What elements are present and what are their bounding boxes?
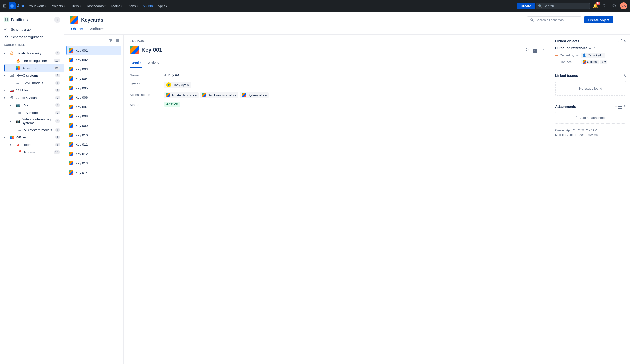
- more-options-button[interactable]: ···: [616, 16, 624, 24]
- sidebar-item-tv-models[interactable]: TV models 2: [3, 109, 64, 116]
- sidebar-item-vc-systems[interactable]: ▾ 📷 Video conferencing systems 5: [4, 116, 64, 126]
- projects-link[interactable]: Projects ▾: [49, 3, 67, 9]
- detail-header: Key 001: [130, 46, 545, 54]
- detail-tab-activity[interactable]: Activity: [147, 58, 160, 68]
- help-button[interactable]: ?: [600, 2, 608, 10]
- filter-icon[interactable]: [108, 38, 114, 44]
- fire-icon: 🔥: [15, 58, 20, 63]
- sidebar-item-tvs[interactable]: ▾ 📺 TVs 9: [4, 102, 64, 109]
- collapse-attachments-button[interactable]: ∧: [623, 104, 626, 109]
- chevron-down-icon: ▾: [10, 144, 13, 146]
- plans-link[interactable]: Plans ▾: [126, 3, 140, 9]
- list-item-label: Key 003: [76, 68, 88, 71]
- create-button[interactable]: Create: [517, 3, 534, 10]
- list-item-icon: [69, 48, 74, 53]
- announce-icon[interactable]: [524, 46, 530, 54]
- list-item[interactable]: Key 001: [66, 46, 122, 55]
- sidebar-item-vc-models[interactable]: VC system models 1: [3, 126, 64, 134]
- linked-row-owned-by: — Owned by → 👤 Carly Aydin: [555, 52, 626, 58]
- list-item[interactable]: Key 009: [66, 121, 122, 130]
- floors-icon: 🔺: [15, 142, 20, 147]
- fire-count: 10: [54, 59, 60, 62]
- vc-models-icon: [17, 127, 22, 132]
- linked-objects-section: Linked objects ∧: [555, 38, 626, 65]
- settings-button[interactable]: ⚙: [610, 2, 618, 10]
- sidebar-item-hvac[interactable]: ▾ HVAC systems 6: [0, 72, 64, 79]
- outbound-references-label: Outbound references ●→○: [555, 46, 626, 50]
- sidebar-item-safety-security[interactable]: ▾ Safety & security 0: [0, 50, 64, 57]
- list-item[interactable]: Key 003: [66, 65, 122, 74]
- tab-objects[interactable]: Objects: [70, 24, 84, 34]
- create-object-button[interactable]: Create object: [584, 16, 614, 24]
- sidebar-schema-graph[interactable]: Schema graph: [0, 26, 64, 33]
- sidebar-item-fire-extinguishers[interactable]: 🔥 Fire extinguishers 10: [4, 57, 64, 64]
- search-all-schemas-input[interactable]: Search all schemas: [527, 16, 581, 24]
- sidebar-item-audio-visual[interactable]: ▾ Audio & visual 0: [0, 94, 64, 102]
- sidebar-schema-configuration[interactable]: ⚙ Schema configuration: [0, 33, 64, 40]
- chevron-down-icon: ▾: [4, 136, 8, 139]
- schema-tree-add-button[interactable]: +: [58, 42, 60, 47]
- grid-action-icon[interactable]: [532, 46, 538, 54]
- collapse-linked-objects-button[interactable]: ∧: [623, 38, 626, 43]
- search-box[interactable]: 🔍 Search: [536, 3, 590, 9]
- sidebar-item-rooms[interactable]: 📍 Rooms 10: [3, 148, 64, 156]
- jira-logo[interactable]: Jira: [9, 2, 24, 10]
- scope-tag-icon: [202, 93, 206, 97]
- link-icon[interactable]: [618, 38, 622, 43]
- detail-tab-details[interactable]: Details: [130, 58, 142, 68]
- vehicles-icon: 🚗: [10, 88, 14, 93]
- audio-visual-icon: [10, 95, 14, 100]
- teams-link[interactable]: Teams ▾: [108, 3, 124, 9]
- safety-count: 0: [55, 52, 60, 55]
- filters-link[interactable]: Filters ▾: [68, 3, 83, 9]
- add-attachment-button[interactable]: +: [615, 104, 617, 109]
- list-item[interactable]: Key 004: [66, 74, 122, 83]
- detail-more-options-button[interactable]: ···: [540, 46, 545, 54]
- tab-attributes[interactable]: Attributes: [89, 24, 105, 34]
- sidebar-item-hvac-models[interactable]: HVAC models 1: [4, 79, 64, 86]
- main-tabs: Objects Attributes: [64, 24, 630, 34]
- list-item[interactable]: Key 014: [66, 168, 122, 177]
- list-item[interactable]: Key 002: [66, 56, 122, 64]
- sidebar-item-offices[interactable]: ▾ Offices 7: [0, 134, 64, 141]
- avatar[interactable]: CA: [620, 2, 627, 10]
- filter-issues-icon[interactable]: [618, 73, 622, 78]
- list-item-icon: [69, 86, 74, 90]
- notifications-button[interactable]: 🔔 9+: [593, 3, 598, 9]
- list-item[interactable]: Key 008: [66, 112, 122, 121]
- list-item[interactable]: Key 005: [66, 84, 122, 92]
- keycards-icon: [15, 66, 20, 70]
- list-item[interactable]: Key 011: [66, 140, 122, 149]
- list-item[interactable]: Key 010: [66, 130, 122, 140]
- attachments-title: Attachments: [555, 104, 613, 108]
- scope-tag-sf: San Francisco office: [200, 92, 239, 98]
- apps-link[interactable]: Apps ▾: [156, 3, 169, 9]
- list-item[interactable]: Key 006: [66, 93, 122, 102]
- schema-graph-icon: [4, 27, 9, 32]
- list-item-icon: [69, 133, 74, 137]
- collapse-linked-issues-button[interactable]: ∧: [623, 73, 626, 78]
- grid-view-attachments-icon[interactable]: [618, 104, 622, 109]
- dashboards-link[interactable]: Dashboards ▾: [84, 3, 108, 9]
- sidebar-item-floors[interactable]: ▾ 🔺 Floors 6: [4, 141, 64, 148]
- app-switcher-icon[interactable]: ⊞: [3, 3, 7, 9]
- list-item[interactable]: Key 012: [66, 149, 122, 158]
- offices-count-badge[interactable]: 3 ▾: [600, 60, 607, 64]
- owner-avatar: 👤: [166, 82, 171, 87]
- list-item-icon: [69, 76, 74, 81]
- main-header: Keycards Search all schemas Create objec…: [64, 12, 630, 24]
- your-work-link[interactable]: Your work ▾: [27, 3, 48, 9]
- assets-link[interactable]: Assets: [141, 3, 155, 9]
- group-icon[interactable]: [115, 38, 120, 44]
- access-scope-field: Access scope Amsterdam office San Franci…: [130, 92, 545, 98]
- no-issues-box: No issues found: [555, 81, 626, 96]
- list-item-icon: [69, 95, 74, 100]
- sidebar-collapse-button[interactable]: ‹: [54, 17, 60, 23]
- page-title: Keycards: [81, 17, 524, 23]
- list-item[interactable]: Key 007: [66, 102, 122, 111]
- list-item[interactable]: Key 013: [66, 159, 122, 168]
- add-attachment-dropzone[interactable]: Add an attachment: [555, 112, 626, 124]
- vehicles-count: 2: [55, 88, 60, 92]
- sidebar-item-keycards[interactable]: Keycards 24: [4, 64, 64, 72]
- sidebar-item-vehicles[interactable]: › 🚗 Vehicles 2: [0, 86, 64, 94]
